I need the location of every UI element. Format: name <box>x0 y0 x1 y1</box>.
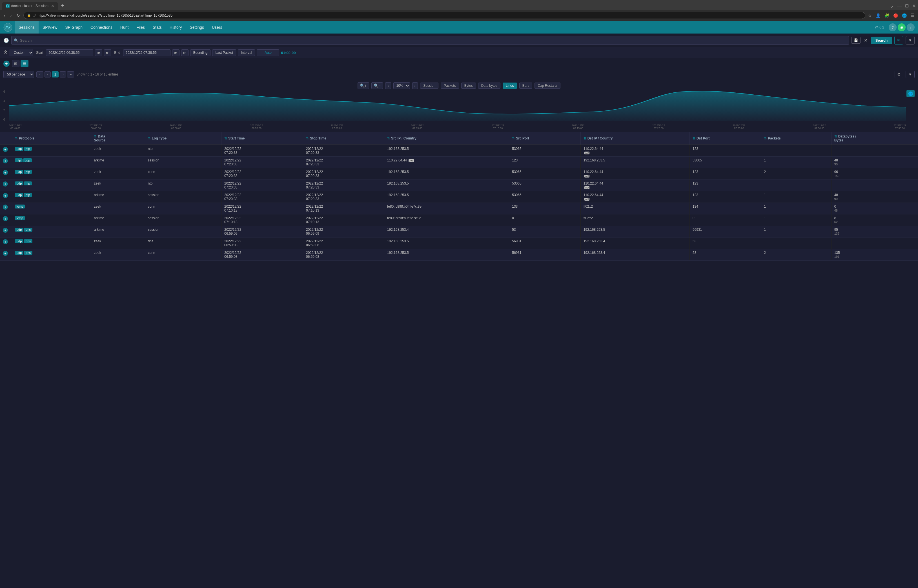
protocol-tag[interactable]: udp <box>15 147 23 151</box>
search-history-button[interactable]: 🕐 <box>3 38 9 43</box>
expand-button[interactable]: ▼ <box>906 71 915 78</box>
col-header-stoptime[interactable]: ⇅Stop Time <box>303 132 384 145</box>
chart-tab-cap-restarts[interactable]: Cap Restarts <box>535 82 561 89</box>
interval-value[interactable]: Auto <box>257 49 279 56</box>
protocol-tag[interactable]: dns <box>24 228 32 232</box>
last-packet-label[interactable]: Last Packet <box>212 49 236 56</box>
list-view-button[interactable]: ▤ <box>21 60 29 67</box>
col-header-datasource[interactable]: ⇅DataSource <box>91 132 145 145</box>
nav-files[interactable]: Files <box>133 21 149 34</box>
search-submit-button[interactable]: Search <box>871 37 892 44</box>
url-input[interactable] <box>37 13 861 18</box>
zoom-out-button[interactable]: 🔍− <box>372 82 383 89</box>
time-clock-button[interactable]: ⏱ <box>3 50 8 55</box>
col-header-srcport[interactable]: ⇅Src Port <box>509 132 580 145</box>
browser-menu-button[interactable]: ☰ <box>910 11 916 19</box>
col-header-dstport[interactable]: ⇅Dst Port <box>690 132 761 145</box>
chart-pan-left[interactable]: ‹ <box>385 82 391 89</box>
protocol-tag[interactable]: udp <box>23 158 32 162</box>
protocol-tag[interactable]: udp <box>15 181 23 186</box>
chart-tab-bars[interactable]: Bars <box>519 82 533 89</box>
nav-hunt[interactable]: Hunt <box>116 21 133 34</box>
chart-pan-right[interactable]: › <box>412 82 418 89</box>
page-last-button[interactable]: » <box>67 71 74 78</box>
col-header-srcip[interactable]: ⇅Src IP / Country <box>384 132 509 145</box>
protocol-tag[interactable]: ntp <box>24 193 32 197</box>
col-header-logtype[interactable]: ⇅Log Type <box>145 132 221 145</box>
row-expand-button[interactable]: + <box>3 228 8 233</box>
chart-tab-bytes[interactable]: Bytes <box>461 82 476 89</box>
per-page-select[interactable]: 50 per page 100 per page 200 per page <box>3 71 34 78</box>
forward-button[interactable]: › <box>9 12 13 19</box>
status-button[interactable]: ◉ <box>898 23 906 31</box>
chart-tab-session[interactable]: Session <box>420 82 438 89</box>
row-expand-button[interactable]: + <box>3 158 8 163</box>
protocol-tag[interactable]: icmp <box>15 216 25 220</box>
chart-tab-packets[interactable]: Packets <box>441 82 459 89</box>
row-expand-button[interactable]: + <box>3 193 8 198</box>
row-expand-button[interactable]: + <box>3 147 8 152</box>
tab-close-button[interactable]: ✕ <box>51 4 54 8</box>
page-first-button[interactable]: « <box>36 71 44 78</box>
minimize-button[interactable]: — <box>897 3 902 8</box>
row-expand-button[interactable]: + <box>3 181 8 186</box>
row-expand-button[interactable]: + <box>3 205 8 210</box>
chart-percent-select[interactable]: 10% 25% 50% <box>393 82 410 89</box>
bookmark-button[interactable]: ☆ <box>867 12 873 19</box>
page-next-button[interactable]: › <box>60 71 66 78</box>
nav-settings[interactable]: Settings <box>186 21 208 34</box>
protocol-tag[interactable]: ntp <box>24 181 32 186</box>
search-input[interactable] <box>20 38 847 42</box>
grid-view-button[interactable]: ⊞ <box>12 60 19 67</box>
nav-spiview[interactable]: SPIView <box>39 21 61 34</box>
page-1-button[interactable]: 1 <box>52 71 59 78</box>
column-settings-button[interactable]: ⚙ <box>895 71 903 78</box>
restore-button[interactable]: ⊡ <box>905 3 909 8</box>
profile-button[interactable]: 👤 <box>874 12 882 19</box>
protocol-tag[interactable]: ntp <box>15 158 23 162</box>
reload-button[interactable]: ↻ <box>15 12 22 19</box>
view-results-button[interactable]: 👁 <box>894 36 903 45</box>
col-header-dstip[interactable]: ⇅Dst IP / Country <box>580 132 690 145</box>
row-expand-button[interactable]: + <box>3 216 8 221</box>
col-header-starttime[interactable]: ⇅Start Time <box>221 132 303 145</box>
row-expand-button[interactable]: + <box>3 251 8 256</box>
nav-connections[interactable]: Connections <box>87 21 116 34</box>
col-header-packets[interactable]: ⇅Packets <box>761 132 831 145</box>
new-tab-button[interactable]: + <box>59 2 66 10</box>
row-expand-button[interactable]: + <box>3 239 8 244</box>
protocol-tag[interactable]: ntp <box>24 170 32 174</box>
protocol-tag[interactable]: udp <box>15 193 23 197</box>
col-header-databytes[interactable]: ⇅Databytes /Bytes <box>831 132 918 145</box>
back-button[interactable]: ‹ <box>2 12 7 19</box>
protocol-tag[interactable]: dns <box>24 251 32 255</box>
page-prev-button[interactable]: ‹ <box>45 71 51 78</box>
start-time-input[interactable] <box>46 49 93 56</box>
nav-history[interactable]: History <box>166 21 186 34</box>
browser-menu-icon[interactable]: ⌄ <box>889 3 894 9</box>
zoom-in-button[interactable]: 🔍+ <box>357 82 369 89</box>
protocol-tag[interactable]: udp <box>15 170 23 174</box>
search-options-button[interactable]: ▼ <box>906 36 915 45</box>
close-button[interactable]: ✕ <box>912 3 916 8</box>
end-next-button[interactable]: ⏭ <box>181 49 189 56</box>
clear-search-button[interactable]: ✕ <box>863 37 869 44</box>
help-button[interactable]: ? <box>889 23 897 31</box>
user-button[interactable]: 🔴 <box>892 12 899 19</box>
protocol-tag[interactable]: udp <box>15 251 23 255</box>
nav-spigraph[interactable]: SPIGraph <box>61 21 86 34</box>
translate-button[interactable]: 🌐 <box>901 12 908 19</box>
row-expand-button[interactable]: + <box>3 170 8 175</box>
start-next-button[interactable]: ⏭ <box>104 49 111 56</box>
upload-button[interactable]: ↑ <box>907 23 915 31</box>
active-tab[interactable]: docker-cluster - Sessions ✕ <box>2 2 58 10</box>
protocol-tag[interactable]: udp <box>15 239 23 243</box>
chart-tab-lines[interactable]: Lines <box>503 82 517 89</box>
chart-globe-button[interactable]: 🌐 <box>907 90 915 97</box>
time-preset-select[interactable]: Custom <box>10 49 33 57</box>
extensions-button[interactable]: 🧩 <box>883 12 891 19</box>
start-prev-button[interactable]: ⏮ <box>95 49 102 56</box>
nav-stats[interactable]: Stats <box>149 21 166 34</box>
save-search-button[interactable]: 💾 <box>851 37 860 44</box>
col-header-protocols[interactable]: ⇅Protocols <box>12 132 91 145</box>
